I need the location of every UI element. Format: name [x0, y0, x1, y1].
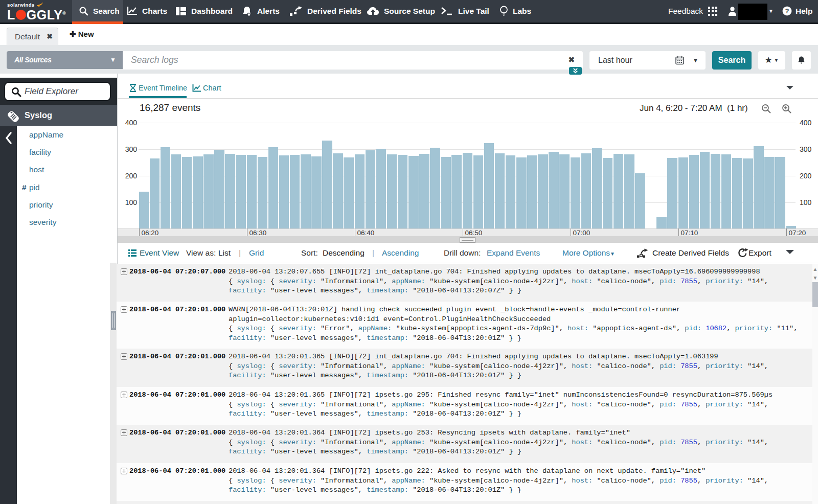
svg-text:?: ?	[785, 7, 789, 15]
